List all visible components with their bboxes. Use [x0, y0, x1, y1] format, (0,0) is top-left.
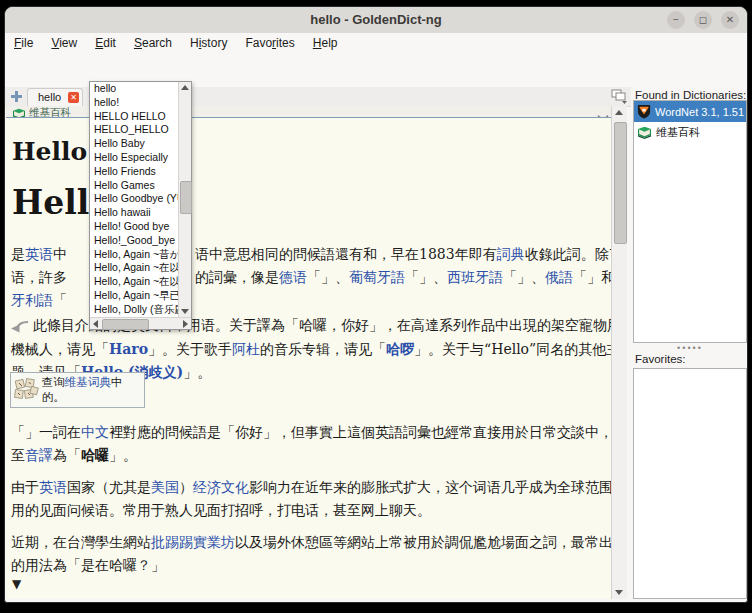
article-text: 用的见面问候语。常用于熟人见面打招呼，打电话，甚至网上聊天。 — [11, 502, 431, 518]
suggestion-item[interactable]: Hello Goodbye (YUKI的單 — [90, 192, 178, 206]
scroll-right-button[interactable] — [183, 320, 188, 328]
minimize-button[interactable]: − — [667, 11, 685, 29]
article-text: 语，許多 — [11, 269, 67, 285]
article-text: 「」和 — [573, 269, 611, 285]
app-window: hello - GoldenDict-ng − ◻ ✕ FileViewEdit… — [4, 6, 748, 603]
article-text: 「」、 — [405, 269, 447, 285]
suggestion-item[interactable]: Hello Baby — [90, 137, 178, 151]
article-text: 的詞彙，像是 — [195, 269, 279, 285]
article-link[interactable]: 德语 — [279, 269, 307, 285]
scroll-left-button[interactable] — [93, 320, 98, 328]
menu-item-history[interactable]: History — [181, 33, 236, 50]
article-link[interactable]: 美国 — [151, 479, 179, 495]
scroll-down-button[interactable] — [615, 590, 623, 595]
article-link[interactable]: 音譯 — [25, 447, 53, 463]
scroll-up-button[interactable] — [615, 110, 623, 115]
suggestion-item[interactable]: Hello Friends — [90, 165, 178, 179]
suggestion-item[interactable]: Hello!_Good_bye — [90, 234, 178, 248]
article-text: 為「 — [53, 447, 81, 463]
suggestion-item[interactable]: Hello Games — [90, 179, 178, 193]
suggestion-item[interactable]: hello — [90, 82, 178, 96]
menu-item-view[interactable]: View — [42, 33, 86, 50]
suggestion-item[interactable]: Hello, Dolly (音乐剧) — [90, 303, 178, 317]
article-link[interactable]: 维基词典 — [65, 375, 111, 389]
menu-item-file[interactable]: File — [5, 33, 42, 50]
suggestion-item[interactable]: Hello, Again ~在以前的某 — [90, 261, 178, 275]
article-link[interactable]: 经济文化 — [193, 479, 249, 495]
article-text: 「」、 — [503, 269, 545, 285]
green-book-icon — [637, 126, 652, 139]
article-link[interactable]: 詞典 — [497, 246, 525, 262]
favorites-panel[interactable] — [633, 368, 747, 599]
menu-item-favorites[interactable]: Favorites — [236, 33, 303, 50]
popup-horizontal-scrollbar[interactable] — [90, 317, 191, 329]
article-text: 」。 — [183, 364, 211, 380]
cascade-windows-icon — [611, 89, 629, 104]
suggestion-item[interactable]: Hello, Again ~昔からある — [90, 248, 178, 262]
suggestion-item[interactable]: Hello! Good bye — [90, 220, 178, 234]
article-line: 的用法為「是在哈囉？」 — [11, 554, 611, 577]
article-link[interactable]: 英语 — [25, 246, 53, 262]
maximize-button[interactable]: ◻ — [694, 11, 712, 29]
article-line: 用的见面问候语。常用于熟人见面打招呼，打电话，甚至网上聊天。 — [11, 499, 611, 522]
article-text: 由于 — [11, 479, 39, 495]
article-link[interactable]: 西班牙語 — [447, 269, 503, 285]
dictionary-item-label: WordNet 3.1, 1.51 — [655, 106, 744, 118]
scroll-up-button[interactable] — [181, 85, 189, 90]
scrollbar-thumb[interactable] — [180, 181, 192, 214]
article-text: 」。 — [109, 447, 137, 463]
article-text: ） — [179, 479, 193, 495]
window-title: hello - GoldenDict-ng — [5, 12, 747, 27]
suggestion-item[interactable]: Hello, Again ~早已存在的 — [90, 289, 178, 303]
dictionary-item-wikipedia[interactable]: 维基百科 — [634, 122, 746, 143]
menu-bar: FileViewEditSearchHistoryFavoritesHelp — [5, 33, 747, 53]
menu-item-edit[interactable]: Edit — [86, 33, 125, 50]
paragraph-chinese-greeting: 「」一詞在中文裡對應的問候語是「你好」，但事實上這個英語詞彙也經常直接用於日常交… — [11, 421, 611, 466]
favorites-label: Favorites: — [635, 353, 686, 365]
article-text: 近期，在台灣學生網站 — [11, 534, 151, 550]
article-text: 「」、 — [307, 269, 349, 285]
suggestion-item[interactable]: HELLO_HELLO — [90, 123, 178, 137]
suggestion-item[interactable]: Hello, Again ~在以前的某 — [90, 275, 178, 289]
article-line: 機械人，请见「Haro」。关于歌手阿杜的音乐专辑，请见「哈啰」。关于与“Hell… — [11, 338, 611, 362]
scrollbar-thumb[interactable] — [614, 122, 627, 244]
wiktionary-box-text: 查询维基词典中的。 — [42, 375, 144, 405]
article-link[interactable]: 俄語 — [545, 269, 573, 285]
article-text: 「 — [53, 292, 67, 308]
scroll-down-button[interactable] — [181, 309, 189, 314]
add-tab-button[interactable] — [10, 90, 23, 103]
article-link[interactable]: 阿杜 — [232, 341, 260, 357]
close-button[interactable]: ✕ — [721, 11, 739, 29]
article-link[interactable]: 英语 — [39, 479, 67, 495]
article-text: 是 — [11, 246, 25, 262]
suggestion-item[interactable]: Hello hawaii — [90, 206, 178, 220]
article-link[interactable]: Haro — [109, 341, 148, 357]
scrollbar-thumb[interactable] — [102, 319, 149, 330]
content-scrollbar[interactable] — [611, 106, 627, 599]
article-link[interactable]: 牙利語 — [11, 292, 53, 308]
menu-item-search[interactable]: Search — [125, 33, 181, 50]
article-line: 由于英语国家（尤其是美国）经济文化影响力在近年来的膨胀式扩大，这个词语几乎成为全… — [11, 476, 611, 499]
article-text: 至 — [11, 447, 25, 463]
article-text: 哈囉 — [81, 447, 109, 463]
splitter-handle[interactable]: ••••• — [633, 344, 747, 352]
article-text: 收錄此詞。除了英 — [525, 246, 611, 262]
article-link[interactable]: 哈啰 — [386, 341, 414, 357]
tab-close-button[interactable]: ✕ — [68, 92, 79, 103]
tab-hello[interactable]: hello ✕ — [27, 88, 83, 106]
suggestion-popup: hellohello!HELLO HELLOHELLO_HELLOHello B… — [89, 81, 192, 330]
dictionary-item-label: 维基百科 — [656, 125, 700, 140]
article-text: 的用法為「是在哈囉？」 — [11, 557, 165, 573]
article-text: 的音乐专辑，请见「 — [260, 341, 386, 357]
popup-vertical-scrollbar[interactable] — [178, 82, 191, 317]
article-link[interactable]: 葡萄牙語 — [349, 269, 405, 285]
article-link[interactable]: 中文 — [81, 424, 109, 440]
dictionary-item-wordnet[interactable]: WordNet 3.1, 1.51 — [634, 101, 746, 122]
article-link[interactable]: 批踢踢實業坊 — [151, 534, 235, 550]
wiktionary-box: 查询维基词典中的。 — [10, 372, 145, 408]
menu-item-help[interactable]: Help — [304, 33, 347, 50]
suggestion-item[interactable]: Hello Especially — [90, 151, 178, 165]
paragraph-english-influence: 由于英语国家（尤其是美国）经济文化影响力在近年来的膨胀式扩大，这个词语几乎成为全… — [11, 476, 611, 521]
suggestion-item[interactable]: HELLO HELLO — [90, 110, 178, 124]
suggestion-item[interactable]: hello! — [90, 96, 178, 110]
